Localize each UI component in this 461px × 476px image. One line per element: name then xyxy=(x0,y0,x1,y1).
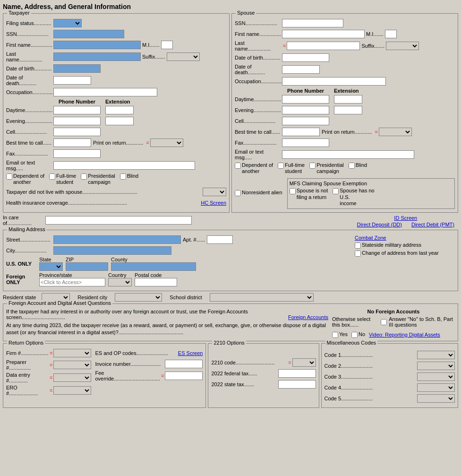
spouse-dob-input[interactable] xyxy=(282,53,329,62)
taxpayer-no-live-label: Taxpayer did not live with spouse.......… xyxy=(6,189,203,195)
resident-city-select[interactable] xyxy=(115,293,162,302)
answer-no-checkbox[interactable] xyxy=(381,319,387,325)
spouse-print-select[interactable] xyxy=(379,128,412,136)
spouse-fax-input[interactable] xyxy=(282,138,329,147)
in-care-of-input[interactable] xyxy=(45,216,192,225)
stateside-military-checkbox[interactable] xyxy=(355,242,361,249)
ero-select[interactable] xyxy=(53,386,91,395)
spouse-besttime-input[interactable] xyxy=(282,128,320,136)
taxpayer-blind-checkbox[interactable] xyxy=(120,173,126,180)
video-link[interactable]: Video: Reporting Digital Assets xyxy=(369,332,440,338)
taxpayer-suffix-select[interactable] xyxy=(167,52,200,61)
taxpayer-presidential-checkbox[interactable] xyxy=(81,173,87,180)
spouse-evening-ext-input[interactable] xyxy=(334,106,362,114)
taxpayer-lastname-input[interactable] xyxy=(53,52,141,61)
spouse-suffix-select[interactable] xyxy=(386,42,419,50)
taxpayer-besttime-row: Best time to call...... Print on return.… xyxy=(6,138,226,147)
taxpayer-phone-header: Phone Number Extension xyxy=(6,99,226,104)
zip-input[interactable] xyxy=(66,262,108,271)
es-screen-link[interactable]: ES Screen xyxy=(178,350,203,356)
yes-checkbox[interactable] xyxy=(332,332,338,338)
taxpayer-daytime-ext-input[interactable] xyxy=(105,106,134,114)
ero-row: ERO #.................... = xyxy=(6,385,91,396)
change-address-checkbox[interactable] xyxy=(355,251,361,257)
taxpayer-cell-input[interactable] xyxy=(53,128,101,136)
id-screen-link[interactable]: ID Screen xyxy=(394,215,417,221)
spouse-mi-input[interactable] xyxy=(385,30,397,38)
foreign-accounts-text: If the taxpayer had any interest in or a… xyxy=(6,309,288,320)
taxpayer-dob-input[interactable] xyxy=(53,64,101,73)
yes-label: Yes xyxy=(339,331,348,337)
taxpayer-evening-input[interactable] xyxy=(53,117,101,125)
spouse-dependent-checkbox[interactable] xyxy=(235,163,241,169)
taxpayer-occupation-input[interactable] xyxy=(53,88,157,96)
spouse-evening-input[interactable] xyxy=(282,106,329,114)
spouse-evening-row: Evening................... xyxy=(235,105,455,115)
state-tax-input[interactable] xyxy=(278,380,316,389)
street-input[interactable] xyxy=(53,235,181,244)
combat-zone-link[interactable]: Combat Zone xyxy=(355,235,455,241)
taxpayer-cell-label: Cell...................... xyxy=(6,129,53,135)
invoice-input[interactable] xyxy=(165,360,203,368)
taxpayer-email-input[interactable] xyxy=(53,161,195,170)
fee-override-input[interactable] xyxy=(165,372,203,380)
spouse-blind-checkbox[interactable] xyxy=(349,163,355,169)
data-entry-select[interactable] xyxy=(53,373,91,382)
spouse-dod-input[interactable] xyxy=(282,65,320,74)
taxpayer-print-select[interactable] xyxy=(150,138,183,147)
code4-select[interactable] xyxy=(417,383,455,392)
spouse-nonresident-checkbox[interactable] xyxy=(235,190,241,196)
spouse-presidential-checkbox[interactable] xyxy=(309,163,316,169)
spouse-no-income-checkbox[interactable] xyxy=(333,188,339,194)
spouse-email-input[interactable] xyxy=(282,150,414,159)
filing-status-select[interactable] xyxy=(53,19,82,27)
city-input[interactable] xyxy=(53,246,171,255)
2210-code-eq: = xyxy=(288,360,291,365)
code1-select[interactable] xyxy=(417,351,455,359)
spouse-ssn-input[interactable] xyxy=(282,19,343,27)
taxpayer-daytime-input[interactable] xyxy=(53,106,101,114)
preparer-label: Preparer #............... xyxy=(6,359,49,371)
code5-select[interactable] xyxy=(417,394,455,403)
taxpayer-besttime-input[interactable] xyxy=(53,138,91,147)
spouse-lastname-label: Last name................ xyxy=(235,40,282,52)
spouse-dob-label: Date of birth............ xyxy=(235,55,282,61)
2210-code-select[interactable] xyxy=(292,358,316,367)
taxpayer-firstname-input[interactable] xyxy=(53,41,141,49)
county-col-label: County xyxy=(111,257,196,262)
no-checkbox[interactable] xyxy=(351,332,358,338)
apt-input[interactable] xyxy=(207,235,233,244)
code3-select[interactable] xyxy=(417,372,455,381)
code2-select[interactable] xyxy=(417,362,455,370)
firm-select[interactable] xyxy=(53,349,91,357)
taxpayer-dod-input[interactable] xyxy=(53,76,91,85)
taxpayer-dependent-checkbox[interactable] xyxy=(6,173,12,180)
direct-deposit-link[interactable]: Direct Deposit (DD) xyxy=(357,222,402,227)
county-input[interactable] xyxy=(111,262,196,271)
preparer-select[interactable] xyxy=(53,361,91,369)
state-select[interactable] xyxy=(39,262,63,271)
spouse-cell-input[interactable] xyxy=(282,117,329,125)
spouse-firstname-input[interactable] xyxy=(282,30,365,38)
taxpayer-evening-ext-input[interactable] xyxy=(105,117,134,125)
taxpayer-ssn-input[interactable] xyxy=(53,30,124,38)
school-district-select[interactable] xyxy=(210,293,314,302)
spouse-daytime-ext-input[interactable] xyxy=(334,95,362,104)
taxpayer-no-live-select[interactable] xyxy=(203,188,226,196)
direct-debit-link[interactable]: Direct Debit (PMT) xyxy=(411,222,454,227)
taxpayer-occupation-row: Occupation............... xyxy=(6,87,226,97)
federal-tax-input[interactable] xyxy=(278,369,316,378)
spouse-lastname-input[interactable] xyxy=(287,42,360,50)
foreign-accounts-link[interactable]: Foreign Accounts xyxy=(288,314,328,320)
postal-input[interactable] xyxy=(135,278,177,286)
spouse-not-filing-checkbox[interactable] xyxy=(290,188,296,194)
hc-screen-link[interactable]: HC Screen xyxy=(201,200,226,206)
province-input[interactable] xyxy=(39,278,105,286)
spouse-fulltime-checkbox[interactable] xyxy=(278,163,284,169)
spouse-occupation-input[interactable] xyxy=(282,77,386,86)
taxpayer-fulltime-checkbox[interactable] xyxy=(49,173,55,180)
taxpayer-mi-input[interactable] xyxy=(161,41,173,49)
spouse-daytime-input[interactable] xyxy=(282,95,329,104)
taxpayer-fax-input[interactable] xyxy=(53,149,101,158)
country-select[interactable] xyxy=(108,278,132,286)
